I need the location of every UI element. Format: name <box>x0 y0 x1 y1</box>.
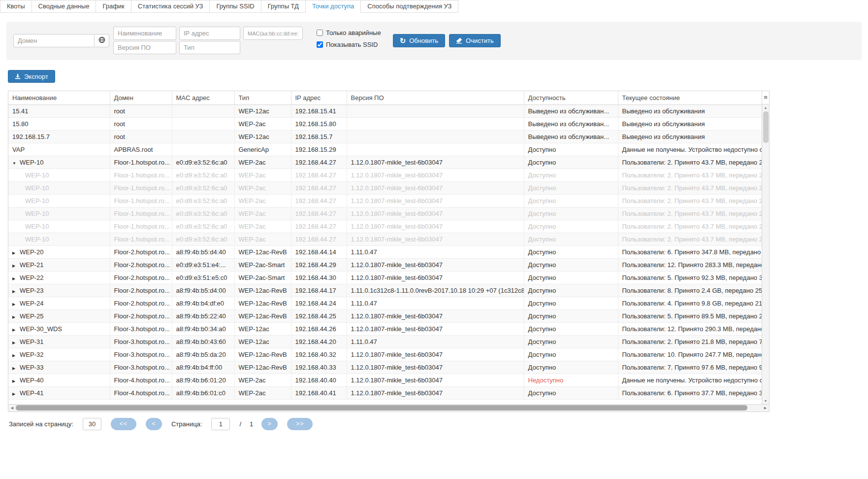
scroll-up-icon[interactable]: ▲ <box>762 104 769 111</box>
scroll-left-icon[interactable]: ◀ <box>8 406 16 410</box>
column-header-3[interactable]: Тип <box>234 91 291 104</box>
cell-name: WEP-10 <box>8 169 110 182</box>
table-row[interactable]: VAPAPBRAS.rootGenericAp192.168.15.29Дост… <box>8 143 762 156</box>
refresh-button[interactable]: ↻ Обновить <box>393 34 445 47</box>
table-row[interactable]: WEP-10Floor-1.hotspot.ro...e0:d9:e3:52:6… <box>8 207 762 220</box>
domain-input[interactable] <box>13 34 95 47</box>
column-header-0[interactable]: Наименование <box>8 91 110 104</box>
collapse-row-icon[interactable]: ▼ <box>12 161 20 166</box>
tab-grafik[interactable]: График <box>96 0 131 13</box>
only-failed-checkbox[interactable] <box>317 30 323 36</box>
table-row[interactable]: WEP-10Floor-1.hotspot.ro...e0:d9:e3:52:6… <box>8 195 762 207</box>
cell-state: Пользователи: 2. Принято 43.7 MB, переда… <box>618 220 762 233</box>
export-button[interactable]: Экспорт <box>8 70 55 83</box>
expand-row-icon[interactable]: ▶ <box>12 276 20 281</box>
next-page-button[interactable]: > <box>261 418 278 430</box>
table-row[interactable]: ▼WEP-10Floor-1.hotspot.ro...e0:d9:e3:52:… <box>8 156 762 169</box>
vertical-scrollbar-thumb[interactable] <box>763 111 769 143</box>
table-row[interactable]: WEP-10Floor-1.hotspot.ro...e0:d9:e3:52:6… <box>8 233 762 246</box>
column-header-4[interactable]: IP адрес <box>291 91 347 104</box>
tab-gruppy-td[interactable]: Группы ТД <box>261 0 306 13</box>
table-row[interactable]: ▶WEP-40Floor-4.hotspot.ro...a8:f9:4b:b6:… <box>8 374 762 387</box>
expand-row-icon[interactable]: ▶ <box>12 251 20 255</box>
cell-availability: Доступно <box>524 182 618 195</box>
tab-statistika-sessiy-uz[interactable]: Статистика сессий УЗ <box>131 0 210 13</box>
cell-ip: 192.168.44.27 <box>291 182 347 195</box>
filter-panel: Только аварийные Показывать SSID ↻ Обнов… <box>6 22 862 60</box>
ap-name: WEP-24 <box>20 300 43 307</box>
cell-domain: Floor-4.hotspot.ro... <box>110 387 172 400</box>
table-row[interactable]: ▶WEP-41Floor-4.hotspot.ro...a8:f9:4b:b6:… <box>8 387 762 400</box>
cell-ip: 192.168.44.14 <box>291 246 347 259</box>
table-row[interactable]: ▶WEP-20Floor-2.hotspot.ro...a8:f9:4b:b5:… <box>8 246 762 259</box>
cell-mac: e0:d9:e3:51:e4:... <box>172 259 234 272</box>
expand-row-icon[interactable]: ▶ <box>12 353 20 358</box>
column-header-6[interactable]: Доступность <box>524 91 618 104</box>
prev-page-button[interactable]: < <box>146 418 162 430</box>
last-page-button[interactable]: >> <box>287 418 313 430</box>
column-header-7[interactable]: Текущее состояние <box>618 91 762 104</box>
expand-row-icon[interactable]: ▶ <box>12 302 20 307</box>
table-row[interactable]: WEP-10Floor-1.hotspot.ro...e0:d9:e3:52:6… <box>8 220 762 233</box>
ap-name: WEP-10 <box>25 236 49 243</box>
table-row[interactable]: 192.168.15.7rootWEP-12ac192.168.15.7Выве… <box>8 131 762 143</box>
table-row[interactable]: ▶WEP-25Floor-2.hotspot.ro...a8:f9:4b:b5:… <box>8 310 762 323</box>
cell-state: Пользователи: 6. Принято 37.7 MB, переда… <box>618 387 762 400</box>
domain-filter-group <box>13 34 109 47</box>
expand-row-icon[interactable]: ▶ <box>12 366 20 371</box>
table-row[interactable]: ▶WEP-22Floor-2.hotspot.ro...e0:d9:e3:51:… <box>8 272 762 284</box>
table-row[interactable]: ▶WEP-32Floor-3.hotspot.ro...a8:f9:4b:b5:… <box>8 348 762 361</box>
table-row[interactable]: ▶WEP-31Floor-3.hotspot.ro...a8:f9:4b:b0:… <box>8 336 762 348</box>
expand-row-icon[interactable]: ▶ <box>12 341 20 345</box>
clear-button[interactable]: Очистить <box>449 34 501 47</box>
column-header-5[interactable]: Версия ПО <box>347 91 524 104</box>
table-row[interactable]: 15.80rootWEP-2ac192.168.15.80Выведено из… <box>8 118 762 131</box>
table-row[interactable]: ▶WEP-24Floor-2.hotspot.ro...a8:f9:4b:b4:… <box>8 297 762 310</box>
tab-sposoby-podtverzhdeniya-uz[interactable]: Способы подтверждения УЗ <box>360 0 458 13</box>
domain-picker-button[interactable] <box>95 34 109 47</box>
expand-row-icon[interactable]: ▶ <box>12 328 20 332</box>
scroll-right-icon[interactable]: ▶ <box>762 406 769 410</box>
first-page-button[interactable]: << <box>111 418 136 430</box>
table-row[interactable]: ▶WEP-33Floor-3.hotspot.ro...a8:f9:4b:b4:… <box>8 361 762 374</box>
table-row[interactable]: ▶WEP-21Floor-2.hotspot.ro...e0:d9:e3:51:… <box>8 259 762 272</box>
vertical-scrollbar-track[interactable] <box>762 143 769 398</box>
cell-domain: Floor-2.hotspot.ro... <box>110 284 172 297</box>
horizontal-scrollbar[interactable]: ◀ ▶ <box>8 404 769 411</box>
column-settings-button[interactable]: ≡ <box>762 91 769 104</box>
cell-mac: e0:d9:e3:52:6c:a0 <box>172 207 234 220</box>
vertical-scrollbar[interactable]: ▲ ▼ <box>762 104 769 404</box>
table-row[interactable]: WEP-10Floor-1.hotspot.ro...e0:d9:e3:52:6… <box>8 169 762 182</box>
horizontal-scrollbar-thumb[interactable] <box>16 405 747 411</box>
show-ssid-checkbox[interactable] <box>317 41 323 48</box>
column-header-2[interactable]: MAC адрес <box>172 91 234 104</box>
column-header-1[interactable]: Домен <box>110 91 172 104</box>
tab-tochki-dostupa[interactable]: Точки доступа <box>305 0 361 13</box>
expand-row-icon[interactable]: ▶ <box>12 392 20 396</box>
table-row[interactable]: 15.41rootWEP-12ac192.168.15.41Выведено и… <box>8 105 762 118</box>
scroll-down-icon[interactable]: ▼ <box>762 398 769 404</box>
expand-row-icon[interactable]: ▶ <box>12 264 20 268</box>
table-row[interactable]: WEP-10Floor-1.hotspot.ro...e0:d9:e3:52:6… <box>8 182 762 195</box>
per-page-label: Записей на страницу: <box>9 420 73 428</box>
tab-svodnye-dannye[interactable]: Сводные данные <box>32 0 96 13</box>
only-failed-option[interactable]: Только аварийные <box>317 29 381 36</box>
cell-domain: Floor-1.hotspot.ro... <box>110 220 172 233</box>
cell-name: ▶WEP-32 <box>8 348 110 361</box>
tab-kvoty[interactable]: Квоты <box>0 0 32 13</box>
ip-input[interactable] <box>179 27 240 40</box>
type-input[interactable] <box>179 41 240 54</box>
name-input[interactable] <box>113 27 176 40</box>
expand-row-icon[interactable]: ▶ <box>12 289 20 294</box>
expand-row-icon[interactable]: ▶ <box>12 315 20 319</box>
table-row[interactable]: ▶WEP-30_WDSFloor-3.hotspot.ro...a8:f9:4b… <box>8 323 762 336</box>
mac-input[interactable] <box>243 27 303 40</box>
page-input[interactable] <box>211 418 230 430</box>
tab-gruppy-ssid[interactable]: Группы SSID <box>209 0 261 13</box>
show-ssid-option[interactable]: Показывать SSID <box>317 41 381 48</box>
cell-domain: Floor-1.hotspot.ro... <box>110 169 172 182</box>
per-page-input[interactable] <box>83 418 101 430</box>
version-input[interactable] <box>113 41 176 54</box>
table-row[interactable]: ▶WEP-23Floor-2.hotspot.ro...a8:f9:4b:b5:… <box>8 284 762 297</box>
expand-row-icon[interactable]: ▶ <box>12 379 20 383</box>
